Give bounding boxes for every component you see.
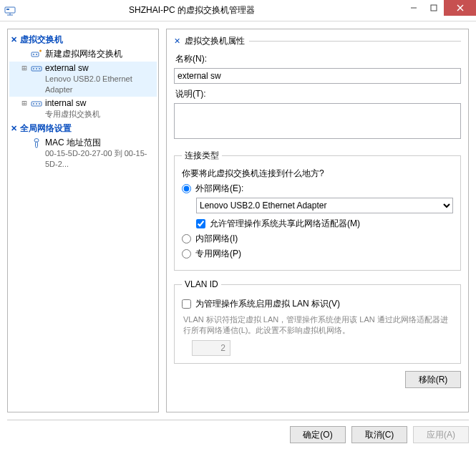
form-section-header: ✕ 虚拟交换机属性 <box>174 35 461 47</box>
svg-point-17 <box>36 103 37 105</box>
allow-mgmt-checkbox[interactable] <box>196 219 205 228</box>
mac-range-icon <box>31 137 42 149</box>
apply-button[interactable]: 应用(A) <box>413 426 469 443</box>
radio-private-label: 专用网络(P) <box>195 248 241 260</box>
tree-item-external-sw[interactable]: ⊞ external sw Lenovo USB2.0 Ethernet Ada… <box>9 62 157 97</box>
adapter-select[interactable]: Lenovo USB2.0 Ethernet Adapter <box>196 198 453 213</box>
connection-type-question: 你要将此虚拟交换机连接到什么地方? <box>182 168 453 180</box>
divider <box>249 41 461 42</box>
allow-mgmt-row[interactable]: 允许管理操作系统共享此网络适配器(M) <box>196 218 453 230</box>
vlan-enable-row[interactable]: 为管理操作系统启用虚拟 LAN 标识(V) <box>182 298 453 310</box>
panes: ✕ 虚拟交换机 新建虚拟网络交换机 <box>7 29 469 412</box>
tree-item-label: external sw <box>45 63 155 74</box>
tree-item-sublabel: 00-15-5D-20-27-00 到 00-15-5D-2... <box>45 148 155 170</box>
window-system-buttons <box>404 0 476 21</box>
svg-point-16 <box>33 103 34 105</box>
minimize-button[interactable] <box>404 0 424 16</box>
svg-rect-8 <box>31 52 39 57</box>
svg-rect-1 <box>6 9 9 10</box>
radio-external[interactable] <box>182 184 191 193</box>
cancel-button[interactable]: 取消(C) <box>351 426 407 443</box>
app-icon <box>4 5 16 16</box>
maximize-button[interactable] <box>424 0 444 16</box>
vlan-enable-checkbox[interactable] <box>182 299 191 309</box>
vlan-id-row <box>192 340 453 356</box>
tree-item-sublabel: 专用虚拟交换机 <box>45 109 100 120</box>
vlan-id-input <box>192 340 230 356</box>
notes-input[interactable] <box>174 103 461 139</box>
titlebar: SHZHAI-PC 的虚拟交换机管理器 <box>0 0 476 21</box>
switch-icon <box>31 63 42 74</box>
tree-section-virtual-switches[interactable]: ✕ 虚拟交换机 <box>9 32 157 47</box>
new-switch-icon <box>31 49 42 60</box>
tree-item-new-switch[interactable]: 新建虚拟网络交换机 <box>9 47 157 62</box>
tree-item-sublabel: Lenovo USB2.0 Ethernet Adapter <box>45 74 155 95</box>
window-title: SHZHAI-PC 的虚拟交换机管理器 <box>16 4 404 16</box>
vlan-enable-label: 为管理操作系统启用虚拟 LAN 标识(V) <box>195 298 340 310</box>
svg-point-9 <box>33 54 34 55</box>
close-button[interactable] <box>444 0 476 16</box>
notes-label: 说明(T): <box>175 88 461 100</box>
caret-collapse-icon: ✕ <box>11 35 18 44</box>
tree-item-label: internal sw <box>45 98 100 109</box>
caret-collapse-icon: ✕ <box>11 124 18 133</box>
name-label: 名称(N): <box>175 53 461 65</box>
svg-point-14 <box>39 68 40 69</box>
dialog-button-strip: 确定(O) 取消(C) 应用(A) <box>7 420 469 443</box>
svg-point-13 <box>36 68 37 69</box>
svg-point-10 <box>36 54 37 55</box>
vlan-hint: VLAN 标识符指定虚拟 LAN，管理操作系统使用该 LAN 通过此网络适配器进… <box>183 314 452 336</box>
vlan-group: VLAN ID 为管理操作系统启用虚拟 LAN 标识(V) VLAN 标识符指定… <box>174 279 461 364</box>
allow-mgmt-label: 允许管理操作系统共享此网络适配器(M) <box>210 218 360 230</box>
caret-collapse-icon: ✕ <box>174 37 180 46</box>
radio-external-row[interactable]: 外部网络(E): <box>182 183 453 195</box>
remove-button[interactable]: 移除(R) <box>405 371 461 388</box>
tree-expander[interactable]: ⊞ <box>21 63 28 74</box>
tree-item-internal-sw[interactable]: ⊞ internal sw 专用虚拟交换机 <box>9 97 157 121</box>
tree-section-global-network[interactable]: ✕ 全局网络设置 <box>9 121 157 136</box>
connection-type-legend: 连接类型 <box>182 150 222 162</box>
name-input[interactable] <box>174 68 461 84</box>
switch-icon <box>31 98 42 110</box>
vlan-legend: VLAN ID <box>182 279 221 289</box>
tree-section-label: 全局网络设置 <box>20 122 72 135</box>
tree-item-mac-range[interactable]: MAC 地址范围 00-15-5D-20-27-00 到 00-15-5D-2.… <box>9 136 157 171</box>
svg-rect-5 <box>431 5 437 11</box>
ok-button[interactable]: 确定(O) <box>290 426 346 443</box>
external-options: Lenovo USB2.0 Ethernet Adapter 允许管理操作系统共… <box>196 198 453 230</box>
radio-private-row[interactable]: 专用网络(P) <box>182 248 453 260</box>
tree-expander[interactable]: ⊞ <box>21 98 28 109</box>
tree-item-label: 新建虚拟网络交换机 <box>45 49 122 59</box>
client-area: ✕ 虚拟交换机 新建虚拟网络交换机 <box>0 21 476 449</box>
svg-point-12 <box>33 68 34 69</box>
tree-item-label: MAC 地址范围 <box>45 137 155 148</box>
form-section-title: 虚拟交换机属性 <box>185 35 245 47</box>
radio-internal[interactable] <box>182 234 191 243</box>
tree-section-label: 虚拟交换机 <box>20 34 63 46</box>
radio-external-label: 外部网络(E): <box>195 183 243 195</box>
connection-type-group: 连接类型 你要将此虚拟交换机连接到什么地方? 外部网络(E): Lenovo U… <box>174 150 461 271</box>
svg-rect-20 <box>36 142 38 148</box>
svg-point-18 <box>39 103 40 105</box>
radio-internal-row[interactable]: 内部网络(I) <box>182 233 453 245</box>
remove-row: 移除(R) <box>174 371 461 388</box>
radio-internal-label: 内部网络(I) <box>195 233 238 245</box>
form-pane: ✕ 虚拟交换机属性 名称(N): 说明(T): 连接类型 你要将此虚拟交换机连接… <box>166 29 469 412</box>
tree-pane: ✕ 虚拟交换机 新建虚拟网络交换机 <box>7 29 159 412</box>
radio-private[interactable] <box>182 249 191 259</box>
